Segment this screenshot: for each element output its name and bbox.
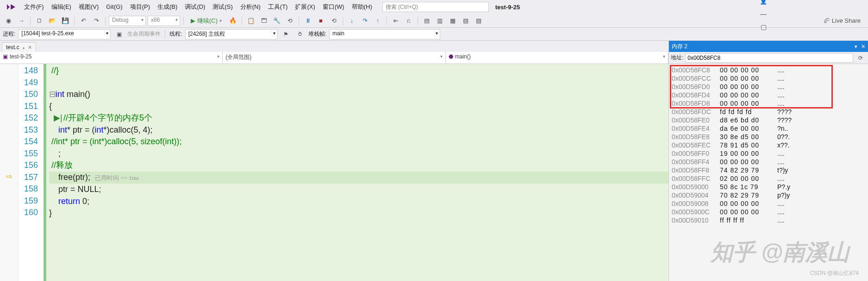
- maximize-button[interactable]: ▢: [757, 23, 769, 31]
- memory-row: 0x00D59010ff ff ff ff....: [672, 216, 865, 224]
- undo-icon[interactable]: ↶: [78, 15, 89, 26]
- memory-title-bar[interactable]: 内存 2 ▾✕: [669, 41, 868, 52]
- share-icon: ⮳: [824, 17, 830, 24]
- thread-label: 线程:: [169, 30, 182, 38]
- stop-icon[interactable]: ■: [315, 15, 326, 26]
- minimize-button[interactable]: —: [757, 10, 769, 18]
- memory-row: 0x00D58FDCfd fd fd fd????: [672, 108, 865, 116]
- memory-row: 0x00D58FE4da 6e 00 00?n..: [672, 124, 865, 133]
- nav-back-icon[interactable]: ◉: [3, 15, 14, 26]
- project-icon: ▣: [3, 53, 8, 60]
- menu-item[interactable]: 项目(P): [126, 2, 154, 12]
- menu-item[interactable]: 窗口(W): [319, 2, 348, 12]
- platform-combo[interactable]: x86: [148, 16, 180, 26]
- icon-h[interactable]: ▦: [447, 15, 458, 26]
- thread-icon[interactable]: ⥁: [294, 29, 306, 40]
- flag-icon[interactable]: ⚑: [281, 29, 292, 40]
- address-label: 地址:: [671, 54, 683, 62]
- address-row: 地址: ⟳: [669, 52, 868, 64]
- nav-scope[interactable]: ▣test-9-25: [0, 52, 223, 64]
- panel-close-icon[interactable]: ✕: [861, 44, 865, 50]
- menu-item[interactable]: 视图(V): [75, 2, 102, 12]
- menu-item[interactable]: 生成(B): [154, 2, 181, 12]
- menu-item[interactable]: 工具(T): [264, 2, 292, 12]
- memory-view[interactable]: 0x00D58FC800 00 00 00....0x00D58FCC00 00…: [669, 64, 868, 281]
- panel-menu-icon[interactable]: ▾: [855, 44, 857, 50]
- save-icon[interactable]: 💾: [60, 15, 71, 26]
- new-icon[interactable]: 🗋: [34, 15, 45, 26]
- func-icon: ⬣: [449, 53, 453, 60]
- redo-icon[interactable]: ↷: [91, 15, 102, 26]
- menu-item[interactable]: 编辑(E): [48, 2, 75, 12]
- memory-row: 0x00D58FF874 82 29 79t?)y: [672, 166, 865, 174]
- menu-item[interactable]: 调试(D): [181, 2, 209, 12]
- icon-c[interactable]: ⟲: [284, 15, 295, 26]
- play-icon: ▶: [191, 17, 195, 24]
- nav-fwd-icon[interactable]: →: [16, 15, 27, 26]
- hot-reload-icon[interactable]: 🔥: [227, 15, 238, 26]
- nav-scope2[interactable]: (全局范围): [223, 52, 445, 64]
- pin-icon[interactable]: ⬥: [22, 45, 25, 50]
- code-area[interactable]: //} ⊟int main(){▶| //开辟4个字节的内存5个 int* pt…: [46, 64, 668, 281]
- icon-f[interactable]: ▤: [421, 15, 432, 26]
- refresh-icon[interactable]: ⟳: [855, 52, 866, 64]
- live-share-button[interactable]: ⮳Live Share: [819, 17, 865, 24]
- icon-d[interactable]: ⇤: [390, 15, 401, 26]
- file-tab[interactable]: test.c ⬥ ✕: [2, 42, 36, 52]
- menu-item[interactable]: 帮助(H): [348, 2, 376, 12]
- lifecycle-label: 生命周期事件: [127, 30, 161, 38]
- menu-item[interactable]: 分析(N): [237, 2, 264, 12]
- menu-item[interactable]: Git(G): [102, 2, 126, 12]
- process-combo[interactable]: [15044] test-9-25.exe: [18, 29, 111, 39]
- icon-a[interactable]: 📋: [245, 15, 256, 26]
- config-combo[interactable]: Debug: [109, 16, 146, 26]
- nav-row: ▣test-9-25 (全局范围) ⬣main(): [0, 52, 668, 64]
- close-icon[interactable]: ✕: [28, 45, 32, 51]
- memory-row: 0x00D5900800 00 00 00....: [672, 199, 865, 208]
- memory-row: 0x00D58FD800 00 00 00....: [672, 99, 865, 108]
- vs-logo-icon: [6, 1, 17, 13]
- stack-label: 堆栈帧:: [308, 30, 326, 38]
- process-label: 进程:: [3, 30, 15, 38]
- address-input[interactable]: [685, 53, 853, 63]
- current-line-arrow-icon: ⇨: [0, 64, 18, 181]
- icon-g[interactable]: ▥: [434, 15, 445, 26]
- memory-row: 0x00D58FE830 8e d5 000??.: [672, 133, 865, 141]
- stack-combo[interactable]: main: [329, 29, 440, 39]
- menu-item[interactable]: 测试(S): [209, 2, 236, 12]
- tab-strip: test.c ⬥ ✕: [0, 41, 668, 52]
- editor-pane: test.c ⬥ ✕ ▣test-9-25 (全局范围) ⬣main() ⇨ 1…: [0, 41, 669, 281]
- memory-row: 0x00D58FD400 00 00 00....: [672, 91, 865, 99]
- step-into-icon[interactable]: ↓: [346, 15, 357, 26]
- memory-pane: 内存 2 ▾✕ 地址: ⟳ 0x00D58FC800 00 00 00....0…: [669, 41, 868, 281]
- restart-icon[interactable]: ⟲: [328, 15, 339, 26]
- icon-b[interactable]: 🗔: [258, 15, 269, 26]
- memory-row: 0x00D58FF400 00 00 00....: [672, 158, 865, 166]
- menu-item[interactable]: 文件(F): [20, 2, 48, 12]
- thread-combo[interactable]: [24268] 主线程: [185, 29, 278, 39]
- search-input[interactable]: 搜索 (Ctrl+Q): [382, 2, 489, 12]
- user-icon[interactable]: 👤: [760, 0, 767, 5]
- line-numbers: 148149150151152153154155156157158159160: [19, 64, 44, 281]
- pause-icon[interactable]: ⏸: [302, 15, 313, 26]
- file-tab-label: test.c: [6, 44, 19, 51]
- project-name: test-9-25: [493, 2, 604, 12]
- step-out-icon[interactable]: ↑: [372, 15, 383, 26]
- code-editor[interactable]: ⇨ 14814915015115215315415515615715815916…: [0, 64, 668, 281]
- memory-title: 内存 2: [672, 43, 687, 51]
- wrench-icon[interactable]: 🔧: [271, 15, 282, 26]
- gutter: ⇨: [0, 64, 19, 281]
- icon-i[interactable]: ▧: [460, 15, 471, 26]
- continue-button[interactable]: ▶继续(C)▾: [187, 16, 225, 26]
- memory-row: 0x00D5900C00 00 00 00....: [672, 208, 865, 216]
- lifecycle-icon[interactable]: ▣: [113, 29, 125, 40]
- menu-item[interactable]: 扩展(X): [291, 2, 318, 12]
- icon-e[interactable]: ⎌: [403, 15, 414, 26]
- memory-row: 0x00D58FF019 00 00 00....: [672, 149, 865, 158]
- open-icon[interactable]: 📂: [47, 15, 58, 26]
- nav-func[interactable]: ⬣main(): [446, 52, 668, 64]
- step-over-icon[interactable]: ↷: [359, 15, 370, 26]
- memory-row: 0x00D58FE0d8 e6 bd d0????: [672, 116, 865, 124]
- icon-j[interactable]: ▨: [473, 15, 484, 26]
- memory-row: 0x00D5900050 8c 1c 79P?.y: [672, 183, 865, 191]
